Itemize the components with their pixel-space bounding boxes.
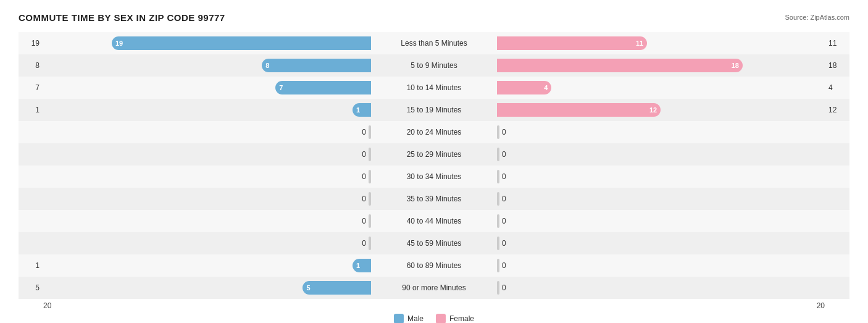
chart-area: 19 19 Less than 5 Minutes 11 11 8 [19,32,849,299]
left-value: 19 [19,39,43,48]
male-zero-value: 0 [362,239,369,248]
chart-row: 19 19 Less than 5 Minutes 11 11 [19,32,849,54]
female-bar-value: 12 [649,106,657,114]
male-side: 5 [43,277,372,299]
chart-row: 0 35 to 39 Minutes 0 [19,188,849,210]
male-zero-bar [369,214,371,228]
chart-row: 0 40 to 44 Minutes 0 [19,210,849,232]
chart-row: 7 7 10 to 14 Minutes 4 4 [19,77,849,99]
male-zero-value: 0 [362,195,369,203]
legend-male: Male [394,314,424,323]
bar-pair: 1 15 to 19 Minutes 12 [43,99,825,121]
female-side: 0 [496,210,825,232]
male-bar-value: 1 [356,262,360,269]
bar-pair: 0 25 to 29 Minutes 0 [43,143,825,166]
male-bar: 7 [275,81,371,94]
female-side: 0 [496,121,825,143]
bar-pair: 0 20 to 24 Minutes 0 [43,121,825,143]
male-zero-bar [369,148,371,161]
row-label: Less than 5 Minutes [372,39,496,48]
axis-right: 20 [817,301,825,310]
female-bar-value: 11 [636,40,643,47]
female-side: 0 [496,166,825,188]
female-zero-value: 0 [499,283,506,292]
female-bar: 18 [497,59,743,72]
right-value: 4 [825,83,849,92]
row-label: 5 to 9 Minutes [372,61,496,70]
female-side: 12 [496,99,825,121]
male-zero-bar [369,192,371,206]
left-value: 7 [19,83,43,92]
right-value: 18 [825,61,849,70]
male-zero-bar [369,237,371,250]
male-bar-value: 7 [279,84,283,91]
female-zero-value: 0 [499,217,506,225]
bar-pair: 0 40 to 44 Minutes 0 [43,210,825,232]
male-bar-value: 5 [306,284,310,292]
male-zero-value: 0 [362,172,369,181]
row-label: 45 to 59 Minutes [372,239,496,248]
bar-pair: 7 10 to 14 Minutes 4 [43,77,825,99]
row-label: 20 to 24 Minutes [372,128,496,136]
bar-pair: 19 Less than 5 Minutes 11 [43,32,825,54]
female-zero-value: 0 [499,195,506,203]
bar-pair: 8 5 to 9 Minutes 18 [43,54,825,77]
axis-row: 20 20 [19,301,849,310]
row-label: 60 to 89 Minutes [372,261,496,270]
male-side: 0 [43,166,372,188]
chart-title: COMMUTE TIME BY SEX IN ZIP CODE 99777 [19,12,225,23]
bar-pair: 1 60 to 89 Minutes 0 [43,254,825,277]
male-side: 1 [43,254,372,277]
chart-row: 5 5 90 or more Minutes 0 [19,277,849,299]
female-zero-value: 0 [499,172,506,181]
chart-row: 0 20 to 24 Minutes 0 [19,121,849,143]
male-zero-bar [369,125,371,139]
female-zero-value: 0 [499,261,506,270]
left-value: 1 [19,261,43,270]
row-label: 15 to 19 Minutes [372,106,496,114]
male-bar: 5 [303,281,371,295]
male-bar: 1 [353,103,371,117]
bar-pair: 0 30 to 34 Minutes 0 [43,166,825,188]
male-side: 19 [43,32,372,54]
chart-row: 0 45 to 59 Minutes 0 [19,232,849,254]
male-color-box [394,314,404,323]
male-side: 8 [43,54,372,77]
right-value: 12 [825,106,849,114]
male-side: 0 [43,232,372,254]
female-bar: 12 [497,103,661,117]
male-side: 7 [43,77,372,99]
female-side: 4 [496,77,825,99]
bar-pair: 5 90 or more Minutes 0 [43,277,825,299]
female-bar: 11 [497,36,647,50]
female-zero-value: 0 [499,128,506,136]
chart-row: 0 30 to 34 Minutes 0 [19,166,849,188]
male-bar-value: 1 [356,106,360,114]
bar-pair: 0 35 to 39 Minutes 0 [43,188,825,210]
chart-row: 1 1 15 to 19 Minutes 12 12 [19,99,849,121]
row-label: 10 to 14 Minutes [372,83,496,92]
source-label: Source: ZipAtlas.com [785,14,849,21]
female-zero-value: 0 [499,150,506,159]
male-bar: 1 [353,259,371,272]
male-bar-value: 19 [115,40,123,47]
male-bar: 8 [262,59,371,72]
male-zero-value: 0 [362,128,369,136]
male-side: 0 [43,143,372,166]
row-label: 30 to 34 Minutes [372,172,496,181]
female-side: 11 [496,32,825,54]
legend-female: Female [436,314,474,323]
female-bar-value: 18 [732,62,739,69]
male-bar-value: 8 [265,62,269,69]
female-side: 0 [496,277,825,299]
chart-row: 1 1 60 to 89 Minutes 0 [19,254,849,277]
legend: Male Female [19,314,849,323]
male-side: 1 [43,99,372,121]
female-bar: 4 [497,81,551,94]
axis-left: 20 [43,301,51,310]
male-zero-value: 0 [362,150,369,159]
row-label: 90 or more Minutes [372,283,496,292]
left-value: 8 [19,61,43,70]
male-side: 0 [43,210,372,232]
male-zero-bar [369,170,371,183]
